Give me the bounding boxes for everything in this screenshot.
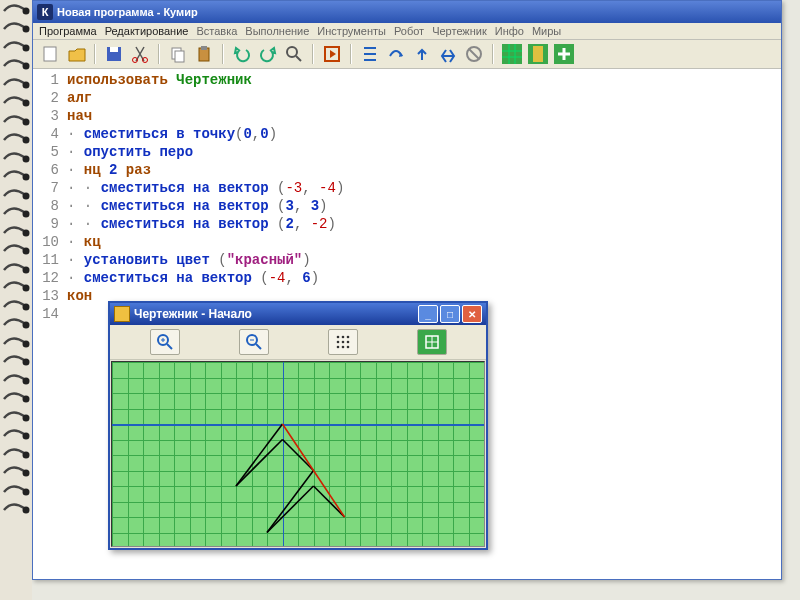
svg-point-20 [23,377,30,384]
maximize-button[interactable]: □ [440,305,460,323]
svg-point-22 [23,414,30,421]
svg-point-60 [341,346,344,349]
svg-point-16 [23,303,30,310]
toolbar [33,40,781,69]
svg-rect-28 [44,47,56,61]
svg-line-68 [267,471,314,533]
svg-point-3 [23,63,30,70]
drawer-title-text: Чертежник - Начало [134,307,252,321]
svg-point-8 [23,155,30,162]
run-step-button[interactable] [321,43,343,65]
svg-line-67 [283,440,314,471]
reset-button[interactable] [463,43,485,65]
drawer-titlebar[interactable]: Чертежник - Начало _ □ ✕ [110,303,486,325]
svg-point-26 [23,488,30,495]
svg-point-25 [23,470,30,477]
svg-point-24 [23,451,30,458]
svg-point-6 [23,118,30,125]
svg-rect-34 [175,51,184,62]
svg-point-57 [341,341,344,344]
drawer-window[interactable]: Чертежник - Начало _ □ ✕ [108,301,488,550]
svg-point-13 [23,248,30,255]
svg-point-0 [23,7,30,14]
svg-point-23 [23,433,30,440]
code-editor[interactable]: 1234567891011121314 использовать Чертежн… [33,69,781,323]
stop-button[interactable] [437,43,459,65]
menu-run: Выполнение [245,25,309,37]
svg-point-2 [23,44,30,51]
svg-line-66 [236,440,283,487]
zoom-out-button[interactable] [239,329,269,355]
svg-point-18 [23,340,30,347]
window-title: Новая программа - Кумир [57,6,198,18]
drawer-toolbar [110,325,486,360]
menu-program[interactable]: Программа [39,25,97,37]
svg-point-58 [346,341,349,344]
svg-point-10 [23,192,30,199]
cut-button[interactable] [129,43,151,65]
grid-green-button[interactable] [501,43,523,65]
svg-point-11 [23,211,30,218]
drawer-canvas[interactable] [111,361,485,547]
code-area[interactable]: использовать Чертежникалгнач· сместиться… [67,71,781,323]
zoom-in-button[interactable] [150,329,180,355]
copy-button[interactable] [167,43,189,65]
svg-line-65 [236,424,283,486]
ide-window: К Новая программа - Кумир Программа Реда… [32,0,782,580]
undo-button[interactable] [231,43,253,65]
drawer-icon [114,306,130,322]
menu-drawer: Чертежник [432,25,487,37]
svg-point-54 [341,336,344,339]
open-button[interactable] [65,43,87,65]
line-gutter: 1234567891011121314 [33,71,67,323]
menu-edit[interactable]: Редактирование [105,25,189,37]
svg-point-53 [336,336,339,339]
svg-point-21 [23,396,30,403]
new-button[interactable] [39,43,61,65]
svg-rect-44 [533,46,543,62]
fit-button[interactable] [417,329,447,355]
grid-plus-button[interactable] [553,43,575,65]
svg-line-70 [314,486,345,517]
canvas-wrap [110,360,486,548]
svg-point-5 [23,100,30,107]
svg-point-59 [336,346,339,349]
menu-robot: Робот [394,25,424,37]
svg-point-15 [23,285,30,292]
grid-button[interactable] [328,329,358,355]
svg-point-14 [23,266,30,273]
svg-point-27 [23,507,30,514]
app-icon: К [37,4,53,20]
grid-yellow-button[interactable] [527,43,549,65]
find-button[interactable] [283,43,305,65]
menu-info: Инфо [495,25,524,37]
menu-insert: Вставка [196,25,237,37]
svg-point-37 [287,47,297,57]
redo-button[interactable] [257,43,279,65]
step-over-button[interactable] [385,43,407,65]
svg-point-56 [336,341,339,344]
minimize-button[interactable]: _ [418,305,438,323]
svg-point-4 [23,81,30,88]
svg-point-1 [23,26,30,33]
svg-line-69 [267,486,314,533]
svg-point-9 [23,174,30,181]
svg-rect-30 [110,47,118,52]
titlebar: К Новая программа - Кумир [33,1,781,23]
svg-line-51 [256,344,261,349]
paste-button[interactable] [193,43,215,65]
run-into-button[interactable] [359,43,381,65]
svg-rect-36 [201,46,207,50]
svg-rect-42 [502,44,522,64]
save-button[interactable] [103,43,125,65]
menubar: Программа Редактирование Вставка Выполне… [33,23,781,40]
menu-tools: Инструменты [317,25,386,37]
svg-line-71 [283,424,345,517]
svg-line-41 [469,49,479,59]
svg-point-19 [23,359,30,366]
svg-point-12 [23,229,30,236]
svg-line-38 [296,56,301,61]
close-button[interactable]: ✕ [462,305,482,323]
step-out-button[interactable] [411,43,433,65]
spiral-binding [0,0,32,600]
